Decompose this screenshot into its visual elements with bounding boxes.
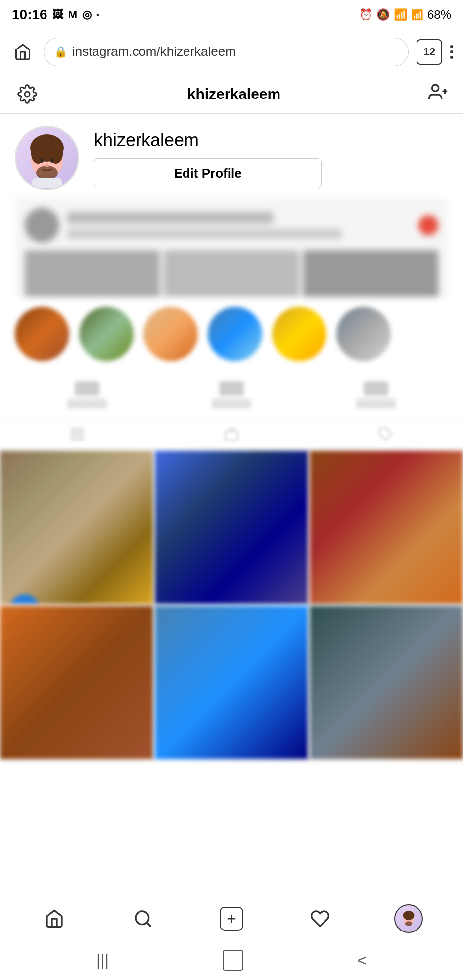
svg-point-11 [45, 164, 49, 167]
stats-row [0, 371, 463, 419]
browser-menu-button[interactable] [450, 45, 453, 59]
post-item[interactable] [155, 606, 308, 759]
post-item[interactable] [0, 606, 153, 759]
nav-activity-button[interactable] [300, 899, 340, 938]
post-item[interactable] [0, 451, 153, 604]
bottom-nav [0, 896, 463, 940]
svg-point-9 [40, 158, 44, 163]
avatar-illustration [17, 128, 77, 188]
android-home-button[interactable] [223, 950, 243, 971]
lock-icon: 🔒 [54, 46, 67, 58]
svg-point-26 [407, 919, 408, 920]
story-item[interactable] [336, 307, 391, 361]
story-item[interactable] [208, 307, 262, 361]
android-nav: ||| < [0, 940, 463, 980]
post-item[interactable] [310, 606, 463, 759]
ig-username-header: khizerkaleem [187, 86, 280, 102]
story-item[interactable] [79, 307, 134, 361]
profile-username: khizerkaleem [94, 130, 448, 150]
tab-count: 12 [423, 46, 435, 58]
grid-tab-row [0, 419, 463, 449]
profile-section: khizerkaleem Edit Profile [0, 114, 463, 198]
stories-row [0, 297, 463, 371]
svg-point-25 [405, 921, 413, 926]
time-display: 10:16 [12, 7, 47, 23]
svg-rect-17 [226, 431, 238, 441]
svg-rect-13 [72, 429, 76, 433]
android-back-button[interactable]: < [357, 951, 367, 970]
browser-bar: 🔒 instagram.com/khizerkaleem 12 [0, 30, 463, 74]
svg-point-27 [410, 919, 411, 920]
profile-avatar[interactable] [15, 126, 79, 190]
status-bar: 10:16 🖼 M ◎ • ⏰ 🔕 📶 📶 68% [0, 0, 463, 30]
settings-button[interactable] [15, 82, 40, 106]
story-item[interactable] [272, 307, 326, 361]
svg-point-10 [50, 158, 54, 163]
grid-tab[interactable] [0, 419, 154, 449]
url-bar[interactable]: 🔒 instagram.com/khizerkaleem [44, 38, 409, 66]
svg-point-8 [36, 166, 58, 180]
svg-line-20 [147, 922, 150, 926]
svg-point-1 [432, 85, 438, 91]
story-item[interactable] [15, 307, 69, 361]
nav-home-button[interactable] [35, 899, 74, 938]
svg-rect-16 [79, 436, 83, 440]
profile-info: khizerkaleem Edit Profile [94, 126, 448, 188]
instagram-header: khizerkaleem [0, 74, 463, 114]
add-user-button[interactable] [428, 82, 448, 106]
tab-count-button[interactable]: 12 [417, 39, 442, 65]
url-text: instagram.com/khizerkaleem [72, 44, 398, 59]
battery-display: 68% [427, 8, 451, 22]
blurred-content-1 [15, 198, 448, 297]
nav-profile-button[interactable] [389, 899, 428, 938]
alarm-icon: ⏰ [359, 8, 372, 21]
tagged-tab[interactable] [309, 419, 463, 449]
status-time: 10:16 🖼 M ◎ • [12, 7, 99, 23]
igtv-tab[interactable] [154, 419, 309, 449]
posts-grid [0, 451, 463, 759]
svg-rect-15 [72, 436, 76, 440]
nav-add-button[interactable] [212, 899, 251, 938]
posts-grid-container [0, 451, 463, 759]
svg-point-24 [403, 911, 415, 920]
story-item[interactable] [143, 307, 198, 361]
gallery-icon: 🖼 [52, 8, 63, 21]
svg-rect-14 [79, 429, 83, 433]
edit-profile-button[interactable]: Edit Profile [94, 158, 322, 188]
wifi-icon: 📶 [394, 8, 407, 21]
instagram-notification-icon: ◎ [82, 8, 92, 21]
svg-point-0 [25, 92, 30, 97]
android-recents-button[interactable]: ||| [96, 951, 109, 970]
dot-separator: • [96, 10, 99, 20]
signal-icon-1: 📶 [411, 9, 423, 21]
browser-home-button[interactable] [10, 39, 36, 65]
post-item[interactable] [310, 451, 463, 604]
gmail-icon: M [68, 8, 77, 21]
post-item[interactable] [155, 451, 308, 604]
mute-icon: 🔕 [376, 8, 390, 21]
svg-rect-12 [32, 178, 62, 188]
nav-search-button[interactable] [123, 899, 163, 938]
status-icons: ⏰ 🔕 📶 📶 68% [359, 8, 451, 22]
